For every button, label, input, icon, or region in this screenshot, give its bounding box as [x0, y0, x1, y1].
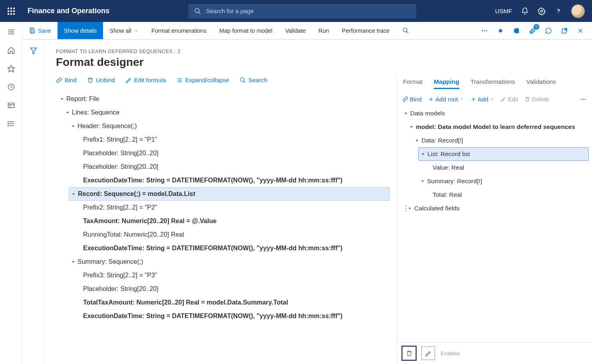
app-launcher[interactable] [0, 8, 22, 15]
validate-button[interactable]: Validate [279, 22, 312, 39]
show-details-button[interactable]: Show details [58, 22, 103, 39]
svg-point-2 [541, 10, 543, 12]
search-input[interactable] [206, 8, 411, 14]
app-title: Finance and Operations [28, 7, 109, 15]
svg-point-6 [403, 28, 407, 32]
waffle-icon [8, 8, 15, 15]
popout-icon[interactable] [560, 26, 569, 35]
search-wrap [109, 4, 495, 18]
run-button[interactable]: Run [312, 22, 336, 39]
search-icon [194, 8, 201, 15]
search-icon [402, 27, 409, 34]
diamond-icon[interactable] [496, 26, 505, 35]
svg-rect-5 [31, 31, 34, 33]
svg-point-10 [486, 30, 487, 31]
svg-line-1 [199, 12, 201, 14]
svg-rect-4 [31, 28, 33, 30]
help-icon[interactable] [554, 7, 562, 15]
map-format-button[interactable]: Map format to model [213, 22, 279, 39]
settings-icon[interactable] [538, 7, 546, 15]
save-button[interactable]: Save [22, 22, 58, 39]
chevron-down-icon [134, 28, 139, 33]
close-icon[interactable] [576, 26, 585, 35]
show-all-button[interactable]: Show all [103, 22, 145, 39]
left-rail [0, 22, 22, 40]
svg-point-0 [195, 8, 199, 13]
attachments-icon[interactable]: 0 [528, 26, 537, 35]
actionbar-right-icons: 0 [480, 22, 592, 39]
office-icon[interactable] [512, 26, 521, 35]
save-label: Save [38, 28, 51, 34]
action-bar: Save Show details Show all Format enumer… [0, 22, 592, 40]
notifications-icon[interactable] [521, 7, 529, 15]
format-enumerations-button[interactable]: Format enumerations [145, 22, 213, 39]
save-icon [29, 27, 36, 34]
global-search[interactable] [189, 4, 416, 18]
header-right: USMF [495, 4, 592, 18]
attachment-badge: 0 [534, 24, 539, 30]
find-button[interactable] [396, 22, 415, 39]
performance-trace-button[interactable]: Performance trace [336, 22, 396, 39]
hamburger-icon[interactable] [7, 28, 16, 36]
user-avatar[interactable] [571, 4, 585, 18]
refresh-icon[interactable] [544, 26, 553, 35]
more-icon[interactable] [480, 26, 489, 35]
svg-line-7 [407, 32, 408, 33]
svg-point-3 [558, 13, 559, 14]
app-header: Finance and Operations USMF [0, 0, 592, 22]
company-code[interactable]: USMF [495, 8, 513, 14]
svg-rect-11 [499, 28, 503, 33]
svg-point-9 [484, 30, 485, 31]
svg-point-8 [482, 30, 483, 31]
